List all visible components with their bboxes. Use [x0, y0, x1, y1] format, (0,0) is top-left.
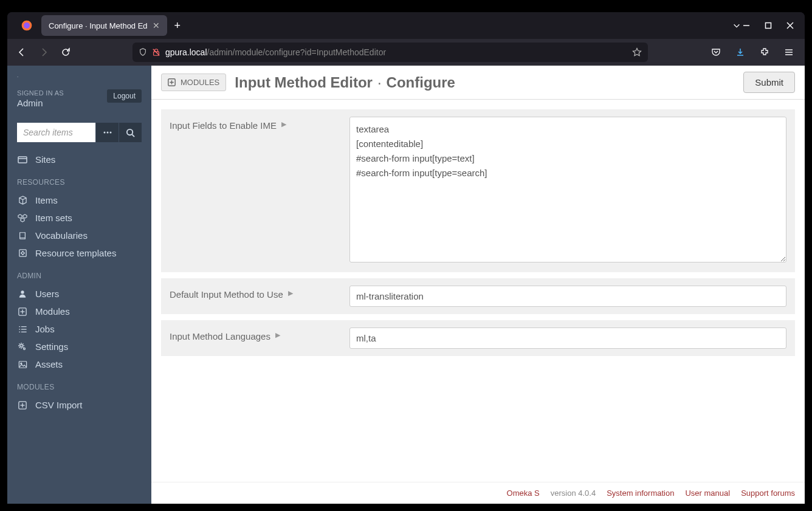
browser-tab[interactable]: Configure · Input Method Ed ✕: [41, 15, 167, 36]
sidebar-item-label: Settings: [35, 341, 68, 352]
downloads-icon[interactable]: [732, 44, 749, 61]
url-text: gpura.local/admin/module/configure?id=In…: [165, 47, 627, 57]
maximize-icon[interactable]: [763, 22, 773, 29]
svg-line-7: [153, 49, 160, 56]
sites-icon: [17, 155, 28, 165]
tab-dropdown-icon[interactable]: [732, 21, 741, 30]
svg-point-13: [109, 132, 111, 134]
gears-icon: [17, 342, 28, 352]
plus-square-icon: [17, 307, 28, 316]
plus-square-icon: [168, 78, 176, 86]
reload-button[interactable]: [56, 43, 75, 62]
browser-window: Configure · Input Method Ed ✕ + gpura.: [7, 12, 805, 504]
main: MODULES Input Method Editor·Configure Su…: [151, 66, 805, 504]
sidebar-item-jobs[interactable]: Jobs: [7, 320, 151, 338]
firefox-logo-icon: [12, 19, 41, 32]
pocket-icon[interactable]: [707, 44, 724, 61]
sidebar-item-assets[interactable]: Assets: [7, 355, 151, 373]
sidebar-item-items[interactable]: Items: [7, 191, 151, 209]
footer-forums-link[interactable]: Support forums: [741, 489, 795, 498]
sidebar-item-label: Vocabularies: [35, 230, 88, 241]
search-advanced-button[interactable]: [95, 123, 119, 142]
languages-input[interactable]: [349, 328, 786, 349]
svg-rect-18: [19, 250, 26, 256]
sidebar-item-label: Item sets: [35, 213, 72, 223]
form-label: Input Fields to Enable IME▶: [170, 117, 340, 265]
sidebar-heading-resources: RESOURCES: [7, 171, 151, 189]
list-icon: [17, 325, 28, 334]
sidebar-item-settings[interactable]: Settings: [7, 338, 151, 355]
svg-point-14: [127, 129, 132, 134]
svg-point-1: [24, 22, 30, 29]
minimize-icon[interactable]: [741, 22, 751, 29]
svg-point-19: [21, 290, 24, 293]
caret-right-icon[interactable]: ▶: [288, 289, 293, 297]
default-method-input[interactable]: [349, 286, 786, 307]
sidebar-item-label: Users: [35, 289, 59, 299]
footer-sysinfo-link[interactable]: System information: [607, 489, 674, 498]
extensions-icon[interactable]: [756, 44, 773, 61]
form-label: Input Method Languages▶: [170, 328, 340, 349]
forward-button[interactable]: [34, 43, 53, 62]
caret-right-icon[interactable]: ▶: [275, 331, 280, 339]
bookmark-star-icon[interactable]: [632, 47, 642, 57]
sidebar-item-item-sets[interactable]: Item sets: [7, 209, 151, 227]
new-tab-button[interactable]: +: [174, 19, 181, 32]
image-icon: [17, 360, 28, 369]
svg-point-30: [24, 348, 26, 349]
main-header: MODULES Input Method Editor·Configure Su…: [151, 66, 805, 100]
svg-rect-3: [766, 23, 771, 29]
sidebar-item-label: Resource templates: [35, 248, 116, 258]
close-tab-icon[interactable]: ✕: [153, 21, 160, 30]
pencil-square-icon: [17, 249, 28, 258]
modules-badge-label: MODULES: [181, 78, 219, 87]
tab-bar: Configure · Input Method Ed ✕ +: [7, 12, 805, 39]
user-icon: [17, 289, 28, 298]
footer-manual-link[interactable]: User manual: [685, 489, 730, 498]
svg-line-15: [132, 134, 134, 137]
modules-breadcrumb-button[interactable]: MODULES: [161, 74, 226, 91]
sidebar-item-csv-import[interactable]: CSV Import: [7, 396, 151, 414]
submit-button[interactable]: Submit: [743, 72, 795, 93]
sidebar-item-users[interactable]: Users: [7, 285, 151, 303]
signed-in-user[interactable]: Admin: [17, 98, 64, 108]
close-window-icon[interactable]: [785, 22, 795, 29]
search-group: [17, 123, 142, 142]
search-submit-button[interactable]: [119, 123, 142, 142]
back-button[interactable]: [12, 43, 32, 62]
shield-icon[interactable]: [139, 48, 147, 57]
window-controls: [741, 22, 800, 29]
page-title: Input Method Editor·Configure: [235, 74, 735, 91]
sidebar-item-resource-templates[interactable]: Resource templates: [7, 244, 151, 262]
form-row-default-method: Default Input Method to Use▶: [161, 278, 795, 314]
site-title[interactable]: .: [17, 73, 142, 78]
sidebar-item-label: CSV Import: [35, 400, 83, 410]
form-row-ime-fields: Input Fields to Enable IME▶: [161, 109, 795, 272]
form-label: Default Input Method to Use▶: [170, 286, 340, 307]
tab-title: Configure · Input Method Ed: [49, 21, 148, 30]
url-bar[interactable]: gpura.local/admin/module/configure?id=In…: [132, 43, 648, 62]
sidebar-item-label: Modules: [35, 306, 70, 317]
svg-rect-31: [19, 361, 26, 368]
sidebar-item-label: Jobs: [35, 324, 55, 334]
search-input[interactable]: [17, 123, 95, 142]
form-row-languages: Input Method Languages▶: [161, 320, 795, 356]
caret-right-icon[interactable]: ▶: [281, 120, 286, 128]
lock-insecure-icon[interactable]: [152, 48, 160, 57]
nav-bar: gpura.local/admin/module/configure?id=In…: [7, 39, 805, 66]
logout-button[interactable]: Logout: [107, 89, 142, 103]
cubes-icon: [17, 213, 28, 223]
cube-icon: [17, 196, 28, 205]
sidebar-item-modules[interactable]: Modules: [7, 303, 151, 320]
book-icon: [17, 231, 28, 241]
footer-brand-link[interactable]: Omeka S: [507, 489, 540, 498]
menu-icon[interactable]: [780, 44, 797, 61]
sidebar: . SIGNED IN AS Admin Logout Sit: [7, 66, 151, 504]
sidebar-item-sites[interactable]: Sites: [7, 151, 151, 168]
page-content: . SIGNED IN AS Admin Logout Sit: [7, 66, 805, 504]
footer-version: version 4.0.4: [551, 489, 596, 498]
sidebar-item-vocabularies[interactable]: Vocabularies: [7, 227, 151, 244]
ime-fields-textarea[interactable]: [349, 117, 786, 262]
sidebar-item-label: Assets: [35, 359, 63, 369]
svg-point-12: [106, 132, 108, 134]
